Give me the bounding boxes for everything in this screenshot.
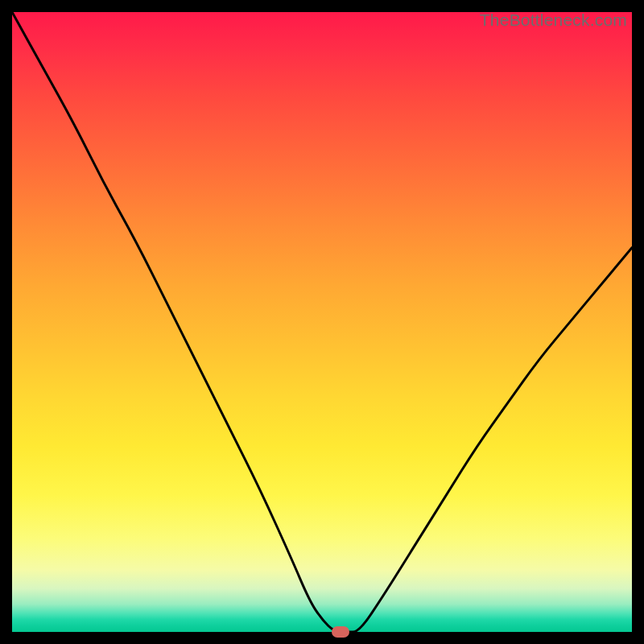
bottleneck-curve	[12, 12, 632, 632]
chart-frame: TheBottleneck.com	[0, 0, 644, 644]
optimal-marker	[332, 626, 349, 638]
curve-path	[12, 12, 632, 632]
plot-area: TheBottleneck.com	[12, 12, 632, 632]
